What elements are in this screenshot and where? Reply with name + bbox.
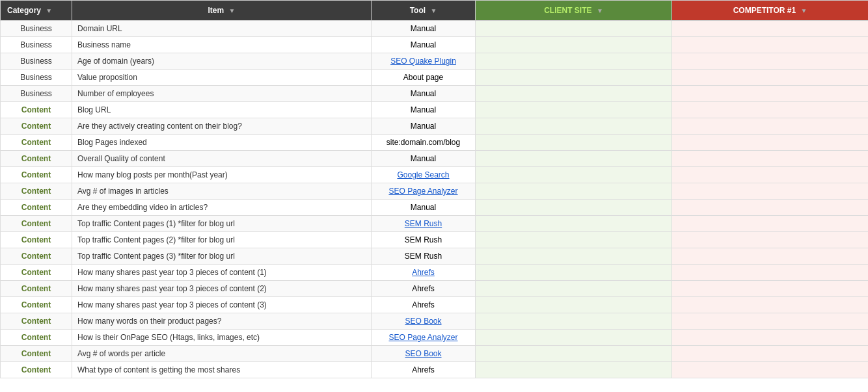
item-cell: Top traffic Content pages (2) *filter fo… — [72, 232, 372, 248]
item-cell: Overall Quality of content — [72, 151, 372, 167]
competitor-cell — [672, 53, 869, 70]
tool-header: Tool ▼ — [372, 1, 476, 21]
table-row: ContentAvg # of words per articleSEO Boo… — [1, 346, 869, 362]
item-cell: Are they actively creating content on th… — [72, 118, 372, 135]
tool-cell[interactable]: Ahrefs — [372, 265, 476, 281]
tool-link[interactable]: SEO Page Analyzer — [388, 187, 457, 196]
tool-cell[interactable]: Google Search — [372, 167, 476, 183]
competitor-cell — [672, 330, 869, 346]
client-cell — [476, 151, 672, 167]
category-cell: Content — [1, 216, 72, 232]
client-cell — [476, 102, 672, 118]
category-filter-icon[interactable]: ▼ — [46, 7, 52, 14]
category-cell: Content — [1, 102, 72, 118]
table-row: ContentHow many shares past year top 3 p… — [1, 297, 869, 313]
item-cell: How many shares past year top 3 pieces o… — [72, 281, 372, 297]
competitor-cell — [672, 21, 869, 37]
competitor-filter-icon[interactable]: ▼ — [800, 7, 807, 14]
client-cell — [476, 248, 672, 265]
competitor-cell — [672, 297, 869, 313]
table-row: ContentHow is their OnPage SEO (Htags, l… — [1, 330, 869, 346]
tool-link[interactable]: SEO Page Analyzer — [388, 333, 457, 342]
table-row: ContentHow many words on their product p… — [1, 313, 869, 330]
tool-link[interactable]: SEO Quake Plugin — [390, 57, 456, 66]
competitor-cell — [672, 70, 869, 86]
client-cell — [476, 118, 672, 135]
client-cell — [476, 135, 672, 151]
table-row: ContentTop traffic Content pages (1) *fi… — [1, 216, 869, 232]
tool-cell: About page — [372, 70, 476, 86]
tool-filter-icon[interactable]: ▼ — [430, 7, 437, 14]
tool-cell: Manual — [372, 118, 476, 135]
item-cell: How is their OnPage SEO (Htags, links, i… — [72, 330, 372, 346]
category-cell: Content — [1, 200, 72, 216]
tool-cell[interactable]: SEM Rush — [372, 216, 476, 232]
competitor-cell — [672, 118, 869, 135]
item-filter-icon[interactable]: ▼ — [229, 7, 236, 14]
competitor-cell — [672, 37, 869, 53]
tool-cell[interactable]: SEO Book — [372, 346, 476, 362]
tool-cell: Manual — [372, 200, 476, 216]
category-cell: Business — [1, 70, 72, 86]
tool-cell[interactable]: SEO Page Analyzer — [372, 183, 476, 200]
tool-cell[interactable]: SEO Book — [372, 313, 476, 330]
competitor-cell — [672, 346, 869, 362]
table-row: BusinessNumber of employeesManual — [1, 86, 869, 102]
client-cell — [476, 297, 672, 313]
item-cell: Blog Pages indexed — [72, 135, 372, 151]
item-header: Item ▼ — [72, 1, 372, 21]
item-cell: How many blog posts per month(Past year) — [72, 167, 372, 183]
table-row: ContentBlog URLManual — [1, 102, 869, 118]
tool-link[interactable]: SEO Book — [405, 349, 441, 358]
tool-cell[interactable]: SEO Quake Plugin — [372, 53, 476, 70]
category-cell: Content — [1, 313, 72, 330]
tool-cell: Manual — [372, 21, 476, 37]
competitor-cell — [672, 102, 869, 118]
tool-cell[interactable]: SEO Page Analyzer — [372, 330, 476, 346]
tool-cell: Manual — [372, 86, 476, 102]
tool-link[interactable]: Ahrefs — [412, 268, 435, 277]
table-row: BusinessBusiness nameManual — [1, 37, 869, 53]
category-cell: Content — [1, 362, 72, 378]
competitor-cell — [672, 362, 869, 378]
tool-link[interactable]: SEM Rush — [405, 219, 442, 228]
item-cell: Domain URL — [72, 21, 372, 37]
category-cell: Content — [1, 265, 72, 281]
category-cell: Content — [1, 248, 72, 265]
tool-link[interactable]: Google Search — [397, 170, 449, 179]
item-cell: How many words on their product pages? — [72, 313, 372, 330]
client-cell — [476, 37, 672, 53]
client-cell — [476, 200, 672, 216]
category-cell: Content — [1, 346, 72, 362]
table-row: ContentHow many blog posts per month(Pas… — [1, 167, 869, 183]
category-cell: Business — [1, 37, 72, 53]
category-cell: Content — [1, 151, 72, 167]
tool-cell: site:domain.com/blog — [372, 135, 476, 151]
competitor-cell — [672, 265, 869, 281]
client-cell — [476, 167, 672, 183]
competitor-cell — [672, 135, 869, 151]
competitor-cell — [672, 183, 869, 200]
table-row: ContentAre they actively creating conten… — [1, 118, 869, 135]
client-filter-icon[interactable]: ▼ — [597, 7, 603, 14]
item-cell: Avg # of words per article — [72, 346, 372, 362]
tool-cell: Ahrefs — [372, 297, 476, 313]
client-cell — [476, 21, 672, 37]
client-cell — [476, 313, 672, 330]
category-cell: Content — [1, 281, 72, 297]
table-row: ContentOverall Quality of contentManual — [1, 151, 869, 167]
item-cell: Blog URL — [72, 102, 372, 118]
category-cell: Business — [1, 86, 72, 102]
client-header: CLIENT Site ▼ — [476, 1, 672, 21]
item-cell: Top traffic Content pages (1) *filter fo… — [72, 216, 372, 232]
competitor-cell — [672, 281, 869, 297]
table-row: ContentAvg # of images in articlesSEO Pa… — [1, 183, 869, 200]
table-row: ContentBlog Pages indexedsite:domain.com… — [1, 135, 869, 151]
competitor-cell — [672, 313, 869, 330]
item-cell: How many shares past year top 3 pieces o… — [72, 265, 372, 281]
tool-cell: Manual — [372, 37, 476, 53]
item-cell: Avg # of images in articles — [72, 183, 372, 200]
tool-cell: Manual — [372, 102, 476, 118]
tool-link[interactable]: SEO Book — [405, 317, 441, 326]
client-cell — [476, 346, 672, 362]
